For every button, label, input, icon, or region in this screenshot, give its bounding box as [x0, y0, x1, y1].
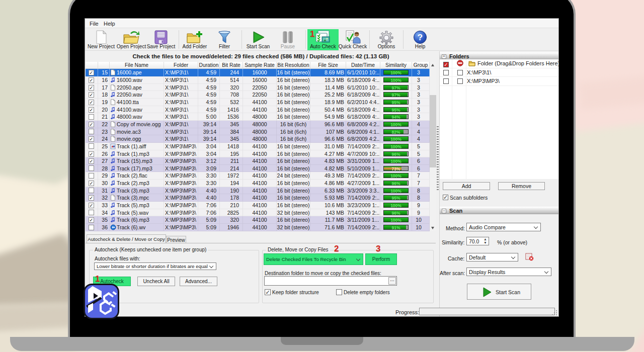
svg-text:?: ?	[418, 33, 423, 42]
